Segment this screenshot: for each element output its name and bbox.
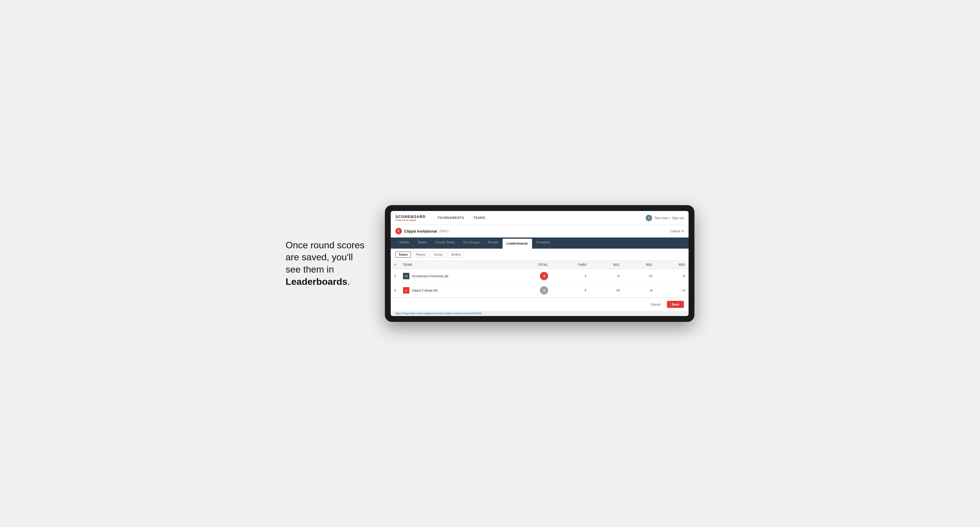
score-badge: +3 — [540, 286, 548, 294]
sidebar-text-bold: Leaderboards — [286, 276, 347, 287]
tournament-logo: C — [395, 228, 402, 234]
logo-area: SCOREBOARD Powered by clippd — [395, 214, 426, 221]
tournament-header: C Clippd Invitational (Men) Cancel ✕ — [391, 225, 689, 238]
leaderboard-table-wrapper: # TEAM TOTAL THRU RD1 RD2 RD3 1 SU — [391, 261, 689, 298]
team-cell: SU Scoreboard University [A] — [399, 269, 528, 283]
tournament-title: C Clippd Invitational (Men) — [395, 228, 449, 234]
sign-out-link[interactable]: Sign out — [672, 216, 684, 220]
col-rd3: RD3 — [656, 261, 689, 269]
sidebar-text-end: . — [347, 276, 350, 287]
tournament-cancel-button[interactable]: Cancel ✕ — [670, 229, 684, 233]
total-cell: -5 — [528, 269, 552, 283]
rd1-cell: -4 — [590, 269, 623, 283]
logo-brand: clippd — [409, 219, 416, 221]
rd3-cell: -6 — [656, 269, 689, 283]
sidebar-description: Once round scores are saved, you'll see … — [286, 239, 368, 288]
filter-bar: Teams Players Scores Strokes — [391, 249, 689, 261]
tab-tee-groups[interactable]: Tee Groups — [459, 238, 484, 249]
filter-strokes-button[interactable]: Strokes — [448, 252, 464, 258]
team-logo: SU — [403, 273, 409, 279]
leaderboard-table: # TEAM TOTAL THRU RD1 RD2 RD3 1 SU — [391, 261, 689, 298]
tablet-device: SCOREBOARD Powered by clippd TOURNAMENTS… — [385, 205, 694, 322]
nav-tournaments[interactable]: TOURNAMENTS — [433, 211, 469, 225]
col-rd2: RD2 — [623, 261, 656, 269]
score-badge: -5 — [540, 272, 548, 280]
thru-cell: F — [552, 269, 590, 283]
team-name: Clippd College [A] — [412, 289, 438, 292]
tablet-screen: SCOREBOARD Powered by clippd TOURNAMENTS… — [391, 211, 689, 316]
table-header-row: # TEAM TOTAL THRU RD1 RD2 RD3 — [391, 261, 689, 269]
nav-teams[interactable]: TEAMS — [469, 211, 490, 225]
rd3-cell: +3 — [656, 283, 689, 298]
footer-save-button[interactable]: Save — [667, 301, 684, 308]
cancel-label: Cancel — [670, 229, 680, 233]
col-team: TEAM — [399, 261, 528, 269]
team-logo: C — [403, 287, 409, 294]
rank-cell: 1 — [391, 269, 399, 283]
rd1-cell: +8 — [590, 283, 623, 298]
nav-links: TOURNAMENTS TEAMS — [433, 211, 646, 225]
sub-navigation: Details Teams Course Setup Tee Groups Re… — [391, 238, 689, 249]
col-thru: THRU — [552, 261, 590, 269]
col-total: TOTAL — [528, 261, 552, 269]
table-row: 1 SU Scoreboard University [A] -5 F -4 +… — [391, 269, 689, 283]
nav-right: S Test User | Sign out — [646, 215, 684, 221]
table-row: 2 C Clippd College [A] +3 F +8 -8 +3 — [391, 283, 689, 298]
tab-leaderboards[interactable]: Leaderboards — [503, 239, 532, 249]
tournament-name: Clippd Invitational — [404, 229, 437, 233]
rd2-cell: +5 — [623, 269, 656, 283]
top-navigation: SCOREBOARD Powered by clippd TOURNAMENTS… — [391, 211, 689, 225]
filter-scores-button[interactable]: Scores — [430, 252, 446, 258]
footer-cancel-button[interactable]: Cancel — [647, 301, 664, 308]
nav-user-name: Test User | — [654, 216, 670, 220]
filter-players-button[interactable]: Players — [413, 252, 429, 258]
logo-powered: Powered by clippd — [395, 219, 426, 221]
team-name: Scoreboard University [A] — [412, 274, 448, 278]
page-wrapper: Once round scores are saved, you'll see … — [286, 205, 694, 322]
cancel-icon: ✕ — [681, 229, 684, 233]
total-cell: +3 — [528, 283, 552, 298]
col-rank: # — [391, 261, 399, 269]
tab-printables[interactable]: Printables — [532, 238, 555, 249]
tab-results[interactable]: Results — [484, 238, 503, 249]
team-cell: C Clippd College [A] — [399, 283, 528, 298]
sidebar-text-line1: Once round scores are saved, you'll see … — [286, 240, 364, 275]
user-avatar: S — [646, 215, 652, 221]
rd2-cell: -8 — [623, 283, 656, 298]
rank-cell: 2 — [391, 283, 399, 298]
logo-text: SCOREBOARD — [395, 214, 426, 219]
tab-course-setup[interactable]: Course Setup — [431, 238, 459, 249]
col-rd1: RD1 — [590, 261, 623, 269]
tournament-gender: (Men) — [439, 229, 449, 233]
footer: Cancel Save — [391, 298, 689, 311]
tab-teams[interactable]: Teams — [414, 238, 431, 249]
url-bar: https://stage-blue-coach.stagescoreboard… — [391, 311, 689, 316]
tab-details[interactable]: Details — [395, 238, 414, 249]
filter-teams-button[interactable]: Teams — [395, 252, 411, 258]
thru-cell: F — [552, 283, 590, 298]
